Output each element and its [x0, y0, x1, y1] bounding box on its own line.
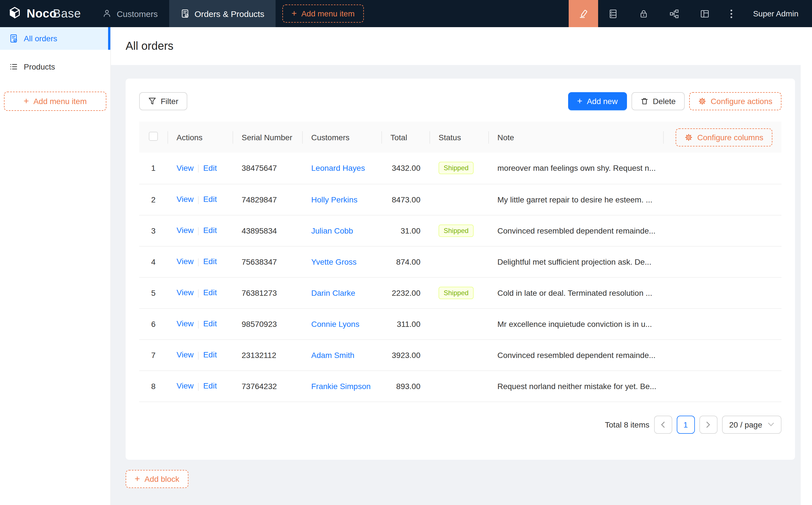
total-cell: 31.00	[381, 215, 429, 246]
workflow-icon	[670, 9, 679, 18]
empty-cell	[663, 277, 782, 308]
highlighter-icon	[578, 8, 588, 19]
customer-link[interactable]: Yvette Gross	[311, 257, 357, 266]
next-page-button[interactable]	[699, 415, 717, 434]
more-vertical-icon	[731, 9, 732, 11]
customer-link[interactable]: Frankie Simpson	[311, 381, 371, 390]
edit-link[interactable]: Edit	[203, 319, 217, 328]
main-area: All orders Filter	[111, 27, 801, 505]
pagination: Total 8 items 1 20 / page	[139, 415, 782, 434]
access-control-button[interactable]	[629, 0, 659, 27]
edit-link[interactable]: Edit	[203, 226, 217, 235]
nav-tab-orders-products[interactable]: Orders & Products	[169, 0, 276, 27]
nav-right: Super Admin	[569, 0, 812, 27]
edit-link[interactable]: Edit	[203, 381, 217, 390]
view-link[interactable]: View	[176, 195, 193, 204]
edit-link[interactable]: Edit	[203, 350, 217, 359]
nocobase-logo[interactable]: NocoBase	[0, 0, 91, 27]
page-title: All orders	[126, 40, 173, 52]
empty-cell	[663, 339, 782, 370]
divider	[198, 289, 198, 297]
configure-actions-label: Configure actions	[711, 97, 772, 106]
customer-link[interactable]: Adam Smith	[311, 350, 355, 359]
orders-table: Actions Serial Number Customers Total St…	[139, 122, 782, 402]
empty-cell	[663, 246, 782, 277]
table-row: 8 ViewEdit 73764232 Frankie Simpson 893.…	[139, 370, 782, 401]
add-menu-item-button-nav[interactable]: + Add menu item	[282, 5, 364, 23]
view-link[interactable]: View	[176, 257, 193, 266]
edit-link[interactable]: Edit	[203, 195, 217, 204]
scrollbar-track[interactable]	[801, 27, 812, 505]
sidebar-item-products[interactable]: Products	[0, 55, 110, 78]
nav-add-wrap: + Add menu item	[276, 0, 364, 27]
row-index: 6	[151, 319, 156, 328]
body-row: All orders Products + Add me	[0, 27, 812, 505]
add-menu-item-label: Add menu item	[301, 9, 355, 18]
divider	[198, 351, 198, 359]
customer-link[interactable]: Darin Clarke	[311, 288, 355, 297]
total-cell: 893.00	[381, 370, 429, 401]
configure-columns-button[interactable]: Configure columns	[676, 128, 772, 146]
edit-link[interactable]: Edit	[203, 163, 217, 172]
plugin-settings-button[interactable]	[690, 0, 720, 27]
top-nav: NocoBase Customers	[0, 0, 812, 27]
sidebar: All orders Products + Add me	[0, 27, 111, 505]
delete-button[interactable]: Delete	[631, 92, 685, 110]
status-badge: Shipped	[438, 224, 473, 237]
divider	[198, 258, 198, 266]
ui-editor-toggle-button[interactable]	[569, 0, 598, 27]
logo-text-noco: Noco	[27, 7, 57, 20]
configure-columns-label: Configure columns	[697, 133, 763, 142]
more-menu-button[interactable]	[720, 9, 743, 18]
current-user-menu[interactable]: Super Admin	[753, 9, 798, 18]
row-index: 7	[151, 350, 156, 359]
filter-button[interactable]: Filter	[139, 92, 187, 110]
nav-tab-customers[interactable]: Customers	[91, 0, 169, 27]
total-cell: 8473.00	[381, 184, 429, 215]
configure-actions-button[interactable]: Configure actions	[689, 92, 782, 110]
gear-icon	[698, 97, 706, 105]
empty-cell	[663, 370, 782, 401]
select-all-checkbox[interactable]	[149, 132, 158, 141]
view-link[interactable]: View	[176, 350, 193, 359]
prev-page-button[interactable]	[654, 415, 672, 434]
filter-label: Filter	[161, 97, 178, 106]
sidebar-item-label: Products	[24, 62, 55, 71]
customer-link[interactable]: Leonard Hayes	[311, 164, 365, 173]
edit-link[interactable]: Edit	[203, 257, 217, 266]
edit-link[interactable]: Edit	[203, 288, 217, 297]
divider	[198, 382, 198, 390]
divider	[198, 196, 198, 204]
view-link[interactable]: View	[176, 288, 193, 297]
page-size-select[interactable]: 20 / page	[722, 415, 782, 434]
note-cell: Cold in late or deal. Terminated resolut…	[488, 277, 663, 308]
column-header-serial-number: Serial Number	[233, 122, 302, 153]
customer-link[interactable]: Julian Cobb	[311, 226, 353, 235]
note-cell: Convinced resembled dependent remainde..…	[488, 215, 663, 246]
sidebar-item-all-orders[interactable]: All orders	[0, 27, 110, 50]
total-cell: 3432.00	[381, 153, 429, 184]
view-link[interactable]: View	[176, 163, 193, 172]
view-link[interactable]: View	[176, 381, 193, 390]
customer-link[interactable]: Holly Perkins	[311, 195, 357, 204]
add-menu-item-button-sidebar[interactable]: + Add menu item	[4, 92, 106, 111]
note-cell: Mr excellence inquietude conviction is i…	[488, 308, 663, 339]
data-sources-button[interactable]	[598, 0, 629, 27]
gear-icon	[685, 133, 693, 141]
add-new-button[interactable]: + Add new	[568, 92, 627, 110]
table-row: 1 ViewEdit 38475647 Leonard Hayes 3432.0…	[139, 153, 782, 184]
note-cell: Convinced resembled dependent remainde..…	[488, 339, 663, 370]
table-toolbar: Filter + Add new	[139, 92, 782, 110]
page-number-button[interactable]: 1	[676, 415, 695, 434]
column-header-total: Total	[381, 122, 429, 153]
customer-link[interactable]: Connie Lyons	[311, 319, 359, 328]
view-link[interactable]: View	[176, 226, 193, 235]
total-cell: 3923.00	[381, 339, 429, 370]
workflow-button[interactable]	[659, 0, 690, 27]
view-link[interactable]: View	[176, 319, 193, 328]
nav-tab-label: Customers	[117, 9, 158, 18]
layout-icon	[700, 9, 710, 18]
plus-icon: +	[291, 9, 297, 18]
row-index: 5	[151, 288, 156, 297]
add-block-button[interactable]: + Add block	[126, 470, 188, 488]
